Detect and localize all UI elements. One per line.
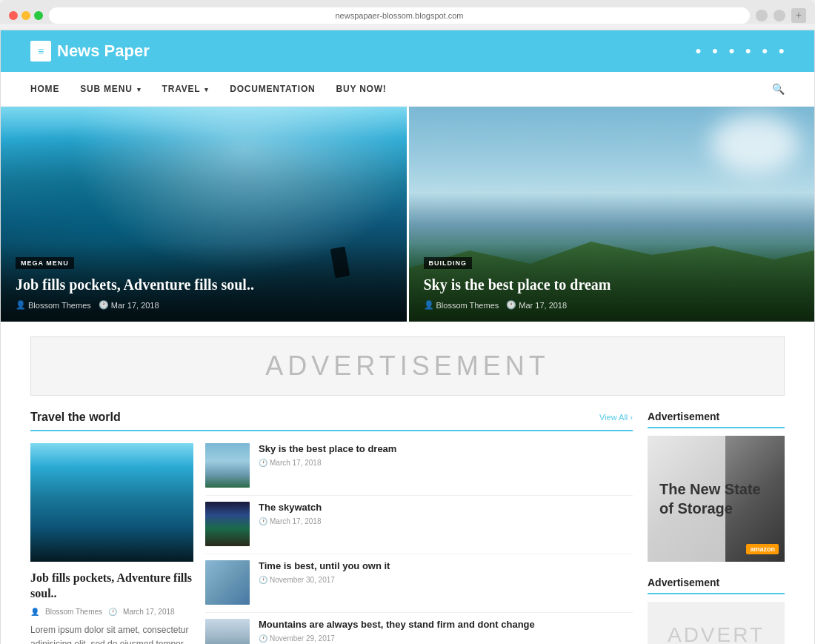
nav-item-travel[interactable]: TRAVEL ▾: [162, 72, 210, 106]
article-date-2: 🕐 March 17, 2018: [259, 517, 633, 525]
nav-menu: HOME SUB MENU ▾ TRAVEL ▾ DOCUMENTATION B…: [30, 72, 387, 106]
list-item[interactable]: The skywatch 🕐 March 17, 2018: [205, 502, 633, 554]
ad-banner: ADVERTISEMENT: [30, 336, 785, 396]
travel-author: Blossom Themes: [45, 608, 102, 616]
article-date-1: 🕐 March 17, 2018: [259, 459, 633, 467]
minimize-dot[interactable]: [21, 11, 30, 20]
featured-date-1: 🕐 Mar 17, 2018: [99, 300, 159, 310]
sidebar-ad1-title: Advertisement: [648, 411, 785, 428]
author-icon-2: 👤: [424, 300, 434, 310]
list-item[interactable]: Time is best, until you own it 🕐 Novembe…: [205, 560, 633, 613]
article-info-3: Time is best, until you own it 🕐 Novembe…: [259, 560, 633, 584]
author-icon-1: 👤: [16, 300, 26, 310]
thumb-image-3: [205, 560, 250, 605]
date-clock-1: 🕐: [259, 459, 267, 467]
article-thumb-4: [205, 619, 250, 644]
list-item[interactable]: Sky is the best place to dream 🕐 March 1…: [205, 443, 633, 496]
sidebar-ad-2: Advertisement ADVERT: [648, 577, 785, 644]
twitter-icon[interactable]: ●: [762, 45, 768, 57]
search-icon[interactable]: 🔍: [772, 83, 785, 96]
travel-section: Travel the world View All › Job fills po…: [30, 411, 633, 644]
article-title-3: Time is best, until you own it: [259, 560, 633, 573]
sidebar: Advertisement The New State of Storage a…: [648, 411, 785, 644]
featured-meta-2: 👤 Blossom Themes 🕐 Mar 17, 2018: [424, 300, 800, 310]
page-wrapper: ≡ News Paper ● ● ● ● ● ● HOME SUB MENU ▾…: [0, 30, 815, 644]
instagram-icon[interactable]: ●: [695, 45, 701, 57]
new-tab-button[interactable]: +: [791, 8, 806, 23]
nav-item-documentation[interactable]: DOCUMENTATION: [230, 72, 315, 106]
facebook-icon[interactable]: ●: [779, 45, 785, 57]
travel-featured-title: Job fills pockets, Adventure fills soul.…: [30, 571, 193, 602]
featured-author-2: 👤 Blossom Themes: [424, 300, 499, 310]
thumb-image-1: [205, 443, 250, 488]
article-thumb-1: [205, 443, 250, 488]
ad-storage-text: The New State of Storage: [659, 479, 773, 518]
category-tag-1[interactable]: MEGA MENU: [16, 257, 74, 269]
travel-featured-meta: 👤 Blossom Themes 🕐 March 17, 2018: [30, 608, 193, 616]
featured-item-2[interactable]: BUILDING Sky is the best place to dream …: [409, 107, 815, 322]
featured-overlay-2: BUILDING Sky is the best place to dream …: [409, 243, 815, 322]
article-info-2: The skywatch 🕐 March 17, 2018: [259, 502, 633, 525]
featured-grid: MEGA MENU Job fills pockets, Adventure f…: [1, 107, 814, 322]
thumb-image-4: [205, 619, 250, 644]
featured-title-1: Job fills pockets, Adventure fills soul.…: [16, 275, 392, 294]
nav-item-submenu[interactable]: SUB MENU ▾: [80, 72, 141, 106]
ad-sidebar-1[interactable]: The New State of Storage amazon: [648, 436, 785, 562]
featured-author-1: 👤 Blossom Themes: [16, 300, 91, 310]
close-dot[interactable]: [9, 11, 18, 20]
article-date-4: 🕐 November 29, 2017: [259, 634, 633, 643]
ad-sidebar-2[interactable]: ADVERT: [648, 602, 785, 644]
featured-date-2: 🕐 Mar 17, 2018: [506, 300, 567, 310]
ad-amazon-badge: amazon: [746, 544, 779, 554]
travel-layout: Job fills pockets, Adventure fills soul.…: [30, 443, 633, 644]
section-header: Travel the world View All ›: [30, 411, 633, 431]
main-content: Travel the world View All › Job fills po…: [1, 411, 814, 644]
travel-featured-article[interactable]: Job fills pockets, Adventure fills soul.…: [30, 443, 193, 644]
social-icons: ● ● ● ● ● ●: [695, 45, 785, 57]
browser-dots: [9, 11, 43, 20]
ad-sidebar-bg: The New State of Storage amazon: [648, 436, 785, 562]
travel-clock-icon: 🕐: [108, 608, 117, 616]
logo-icon-symbol: ≡: [38, 45, 44, 57]
featured-title-2: Sky is the best place to dream: [424, 275, 800, 294]
browser-refresh[interactable]: [756, 10, 768, 21]
article-info-4: Mountains are always best, they stand fi…: [259, 619, 633, 643]
nav-item-home[interactable]: HOME: [30, 72, 59, 106]
nav-item-buynow[interactable]: BUY NOW!: [336, 72, 386, 106]
date-clock-4: 🕐: [259, 634, 267, 643]
maximize-dot[interactable]: [34, 11, 43, 20]
section-title: Travel the world: [30, 411, 121, 424]
site-header: ≡ News Paper ● ● ● ● ● ●: [1, 30, 814, 72]
date-clock-3: 🕐: [259, 576, 267, 584]
article-thumb-2: [205, 502, 250, 546]
category-tag-2[interactable]: BUILDING: [424, 257, 473, 269]
article-list: Sky is the best place to dream 🕐 March 1…: [205, 443, 633, 644]
article-thumb-3: [205, 560, 250, 605]
article-title-2: The skywatch: [259, 502, 633, 514]
sky-cloud: [711, 114, 799, 173]
clock-icon-1: 🕐: [99, 300, 109, 310]
url-text: newspapaer-blossom.blogspot.com: [335, 11, 463, 20]
article-title-4: Mountains are always best, they stand fi…: [259, 619, 633, 631]
view-all-link[interactable]: View All ›: [599, 413, 633, 422]
featured-item-1[interactable]: MEGA MENU Job fills pockets, Adventure f…: [1, 107, 409, 322]
ad-banner-text: ADVERTISEMENT: [265, 351, 549, 382]
browser-chrome: newspapaer-blossom.blogspot.com +: [0, 0, 815, 24]
article-date-3: 🕐 November 30, 2017: [259, 576, 633, 584]
travel-date: March 17, 2018: [123, 608, 175, 616]
travel-featured-image: [30, 443, 193, 562]
url-bar[interactable]: newspapaer-blossom.blogspot.com: [49, 7, 750, 24]
pinterest-icon[interactable]: ●: [712, 45, 718, 57]
list-item[interactable]: Mountains are always best, they stand fi…: [205, 619, 633, 644]
googleplus-icon[interactable]: ●: [745, 45, 751, 57]
sidebar-ad2-title: Advertisement: [648, 577, 785, 594]
sidebar-ad-1: Advertisement The New State of Storage a…: [648, 411, 785, 562]
site-nav: HOME SUB MENU ▾ TRAVEL ▾ DOCUMENTATION B…: [1, 72, 814, 107]
site-logo[interactable]: ≡ News Paper: [30, 41, 150, 62]
browser-settings[interactable]: [774, 10, 785, 21]
featured-overlay-1: MEGA MENU Job fills pockets, Adventure f…: [1, 243, 407, 322]
article-info-1: Sky is the best place to dream 🕐 March 1…: [259, 443, 633, 467]
travel-wave: [30, 443, 193, 562]
google-icon[interactable]: ●: [728, 45, 734, 57]
ad-sidebar2-text: ADVERT: [668, 623, 765, 644]
